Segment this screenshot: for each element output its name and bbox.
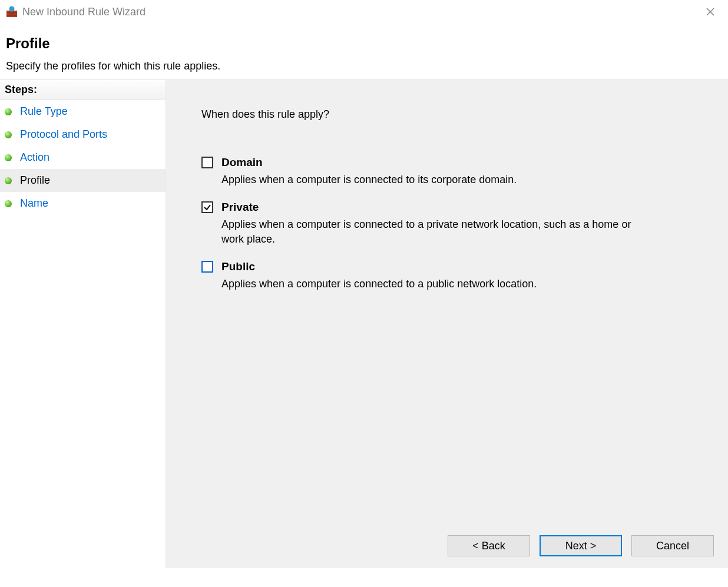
steps-sidebar: Steps: Rule Type Protocol and Ports Acti… <box>0 80 166 568</box>
option-private: Private Applies when a computer is conne… <box>201 201 693 246</box>
step-label: Name <box>20 197 48 210</box>
step-label: Profile <box>20 174 50 187</box>
bullet-icon <box>5 154 12 161</box>
step-protocol-and-ports[interactable]: Protocol and Ports <box>0 123 166 146</box>
checkbox-private[interactable] <box>201 201 213 213</box>
option-public: Public Applies when a computer is connec… <box>201 260 693 291</box>
step-rule-type[interactable]: Rule Type <box>0 100 166 123</box>
checkbox-domain[interactable] <box>201 157 213 168</box>
bullet-icon <box>5 177 12 184</box>
firewall-icon <box>6 6 18 18</box>
step-name[interactable]: Name <box>0 192 166 215</box>
bullet-icon <box>5 200 12 207</box>
checkbox-public[interactable] <box>201 261 213 273</box>
steps-header: Steps: <box>0 80 166 100</box>
step-label: Rule Type <box>20 105 68 118</box>
option-domain: Domain Applies when a computer is connec… <box>201 156 693 187</box>
wizard-buttons: < Back Next > Cancel <box>448 535 714 556</box>
option-title: Public <box>221 260 255 273</box>
option-title: Domain <box>221 156 263 169</box>
close-button[interactable] <box>699 0 722 24</box>
bullet-icon <box>5 108 12 115</box>
option-description: Applies when a computer is connected to … <box>221 277 634 291</box>
window-title: New Inbound Rule Wizard <box>22 6 699 18</box>
titlebar: New Inbound Rule Wizard <box>0 0 728 24</box>
option-title: Private <box>221 201 259 214</box>
step-label: Protocol and Ports <box>20 128 107 141</box>
cancel-button[interactable]: Cancel <box>631 535 714 556</box>
close-icon <box>706 8 714 16</box>
step-profile[interactable]: Profile <box>0 169 166 192</box>
main-panel: When does this rule apply? Domain Applie… <box>166 80 728 568</box>
next-button[interactable]: Next > <box>540 535 622 556</box>
page-subtitle: Specify the profiles for which this rule… <box>6 60 722 72</box>
step-action[interactable]: Action <box>0 146 166 169</box>
bullet-icon <box>5 131 12 138</box>
back-button[interactable]: < Back <box>448 535 530 556</box>
question-text: When does this rule apply? <box>201 108 693 121</box>
option-description: Applies when a computer is connected to … <box>221 173 634 187</box>
check-icon <box>203 203 211 211</box>
wizard-header: Profile Specify the profiles for which t… <box>0 24 728 79</box>
option-description: Applies when a computer is connected to … <box>221 217 634 246</box>
page-title: Profile <box>6 35 722 52</box>
step-label: Action <box>20 151 49 164</box>
steps-list: Rule Type Protocol and Ports Action Prof… <box>0 100 166 215</box>
